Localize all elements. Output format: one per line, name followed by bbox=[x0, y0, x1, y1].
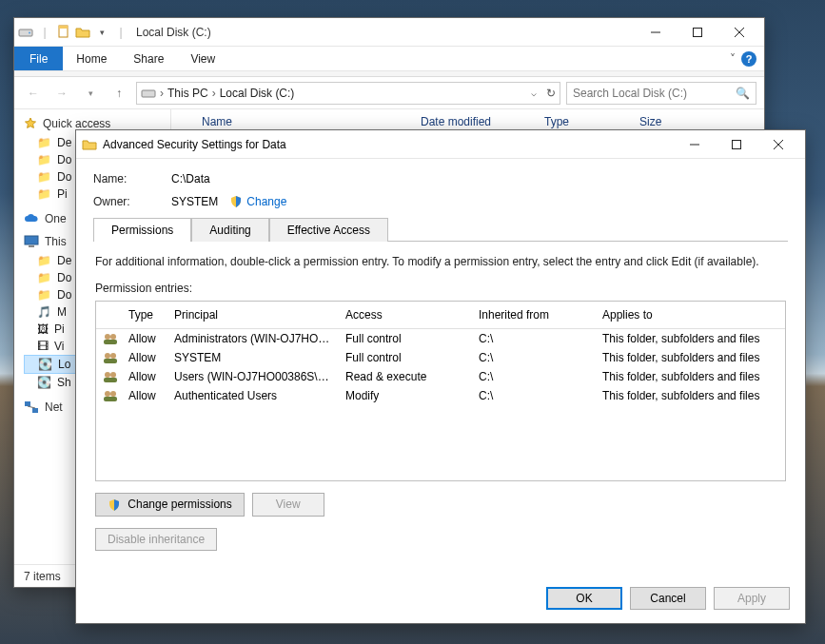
properties-icon[interactable] bbox=[56, 25, 71, 40]
window-title: Local Disk (C:) bbox=[136, 26, 211, 39]
search-box[interactable]: 🔍 bbox=[566, 82, 756, 105]
minimize-button[interactable] bbox=[674, 131, 716, 158]
table-row[interactable]: AllowAuthenticated UsersModifyC:\This fo… bbox=[96, 386, 785, 405]
apply-button[interactable]: Apply bbox=[714, 587, 790, 610]
recent-locations-button[interactable]: ▾ bbox=[79, 82, 102, 105]
svg-point-1 bbox=[29, 31, 30, 33]
cell-applies: This folder, subfolders and files bbox=[597, 329, 785, 348]
svg-rect-26 bbox=[104, 378, 117, 382]
help-icon[interactable]: ? bbox=[741, 51, 756, 67]
chevron-down-icon[interactable]: ˅ bbox=[730, 52, 736, 66]
maximize-button[interactable] bbox=[677, 19, 718, 46]
tab-effective-access[interactable]: Effective Access bbox=[269, 218, 388, 242]
back-button[interactable]: ← bbox=[22, 82, 45, 105]
videos-icon: 🎞 bbox=[37, 340, 49, 353]
caret-down-icon[interactable]: ▾ bbox=[94, 25, 109, 40]
minimize-button[interactable] bbox=[635, 19, 677, 46]
svg-point-18 bbox=[105, 334, 110, 340]
col-principal[interactable]: Principal bbox=[168, 305, 340, 324]
col-type[interactable]: Type bbox=[123, 305, 168, 324]
advanced-security-dialog: Advanced Security Settings for Data Name… bbox=[75, 129, 806, 624]
column-size[interactable]: Size bbox=[639, 115, 716, 128]
table-row[interactable]: AllowAdministrators (WIN-OJ7HO0…Full con… bbox=[96, 329, 785, 348]
svg-point-28 bbox=[110, 391, 116, 397]
column-date[interactable]: Date modified bbox=[421, 115, 544, 128]
cell-applies: This folder, subfolders and files bbox=[597, 348, 785, 367]
dialog-titlebar[interactable]: Advanced Security Settings for Data bbox=[76, 130, 805, 159]
cancel-button[interactable]: Cancel bbox=[630, 587, 706, 610]
svg-rect-8 bbox=[142, 90, 155, 97]
dropdown-icon[interactable]: ⌵ bbox=[531, 88, 537, 98]
breadcrumb[interactable]: Local Disk (C:) bbox=[220, 87, 295, 100]
cell-access: Read & execute bbox=[340, 367, 473, 386]
column-name[interactable]: Name bbox=[202, 115, 421, 128]
star-icon bbox=[24, 117, 37, 130]
change-permissions-button[interactable]: Change permissions bbox=[95, 493, 245, 517]
name-value: C:\Data bbox=[171, 172, 210, 185]
permission-entries-table[interactable]: Type Principal Access Inherited from App… bbox=[95, 301, 786, 481]
table-row[interactable]: AllowSYSTEMFull controlC:\This folder, s… bbox=[96, 348, 785, 367]
folder-icon: 📁 bbox=[37, 254, 51, 267]
divider-icon: | bbox=[113, 25, 128, 40]
item-count: 7 items bbox=[24, 570, 61, 583]
table-row[interactable]: AllowUsers (WIN-OJ7HO00386S\Us…Read & ex… bbox=[96, 367, 785, 386]
up-button[interactable]: ↑ bbox=[108, 82, 130, 105]
address-bar[interactable]: › This PC › Local Disk (C:) ⌵ ↻ bbox=[136, 82, 560, 105]
tab-auditing[interactable]: Auditing bbox=[191, 218, 268, 242]
maximize-button[interactable] bbox=[716, 131, 757, 158]
search-icon[interactable]: 🔍 bbox=[736, 87, 750, 100]
tab-home[interactable]: Home bbox=[63, 47, 120, 70]
folder-icon: 📁 bbox=[37, 288, 51, 302]
cell-type: Allow bbox=[123, 348, 168, 367]
cloud-icon bbox=[24, 213, 39, 224]
column-type[interactable]: Type bbox=[544, 115, 639, 128]
forward-button[interactable]: → bbox=[50, 82, 73, 105]
cell-access: Full control bbox=[340, 329, 473, 348]
cell-applies: This folder, subfolders and files bbox=[597, 386, 785, 405]
tab-file[interactable]: File bbox=[14, 47, 63, 70]
svg-point-27 bbox=[105, 391, 110, 397]
drive-icon: 💽 bbox=[37, 376, 51, 389]
svg-rect-20 bbox=[104, 340, 117, 344]
close-button[interactable] bbox=[757, 131, 799, 158]
chevron-right-icon[interactable]: › bbox=[212, 87, 216, 100]
tab-share[interactable]: Share bbox=[120, 47, 177, 70]
cell-inherited: C:\ bbox=[473, 386, 597, 405]
ok-button[interactable]: OK bbox=[546, 587, 622, 610]
music-icon: 🎵 bbox=[37, 305, 51, 319]
cell-inherited: C:\ bbox=[473, 329, 597, 348]
new-folder-icon[interactable] bbox=[75, 25, 90, 40]
name-label: Name: bbox=[93, 172, 171, 185]
svg-rect-11 bbox=[25, 401, 30, 406]
svg-rect-15 bbox=[733, 140, 741, 148]
quick-access-toolbar: | ▾ | bbox=[18, 25, 128, 40]
col-inherited[interactable]: Inherited from bbox=[473, 305, 597, 324]
cell-inherited: C:\ bbox=[473, 367, 597, 386]
explorer-titlebar[interactable]: | ▾ | Local Disk (C:) bbox=[14, 18, 764, 47]
breadcrumb[interactable]: This PC bbox=[167, 87, 208, 100]
drive-icon bbox=[141, 86, 156, 101]
view-button[interactable]: View bbox=[252, 493, 324, 517]
cell-principal: Administrators (WIN-OJ7HO0… bbox=[168, 329, 340, 348]
computer-icon bbox=[24, 235, 39, 248]
shield-icon bbox=[229, 195, 243, 208]
svg-point-19 bbox=[110, 334, 116, 340]
shield-icon bbox=[108, 498, 121, 512]
disable-inheritance-button[interactable]: Disable inheritance bbox=[95, 528, 217, 551]
folder-icon: 📁 bbox=[37, 187, 51, 201]
table-header[interactable]: Type Principal Access Inherited from App… bbox=[96, 302, 785, 329]
change-owner-link[interactable]: Change bbox=[246, 195, 286, 208]
tab-view[interactable]: View bbox=[177, 47, 228, 70]
svg-rect-9 bbox=[25, 236, 38, 244]
sidebar-quick-access[interactable]: Quick access bbox=[24, 117, 170, 130]
close-button[interactable] bbox=[718, 19, 760, 46]
search-input[interactable] bbox=[573, 87, 736, 100]
svg-rect-23 bbox=[104, 359, 117, 363]
chevron-right-icon[interactable]: › bbox=[160, 87, 164, 100]
refresh-icon[interactable]: ↻ bbox=[546, 87, 556, 100]
tab-permissions[interactable]: Permissions bbox=[93, 218, 191, 242]
col-applies[interactable]: Applies to bbox=[597, 305, 785, 324]
cell-principal: SYSTEM bbox=[168, 348, 340, 367]
info-text: For additional information, double-click… bbox=[95, 255, 786, 268]
col-access[interactable]: Access bbox=[340, 305, 473, 324]
